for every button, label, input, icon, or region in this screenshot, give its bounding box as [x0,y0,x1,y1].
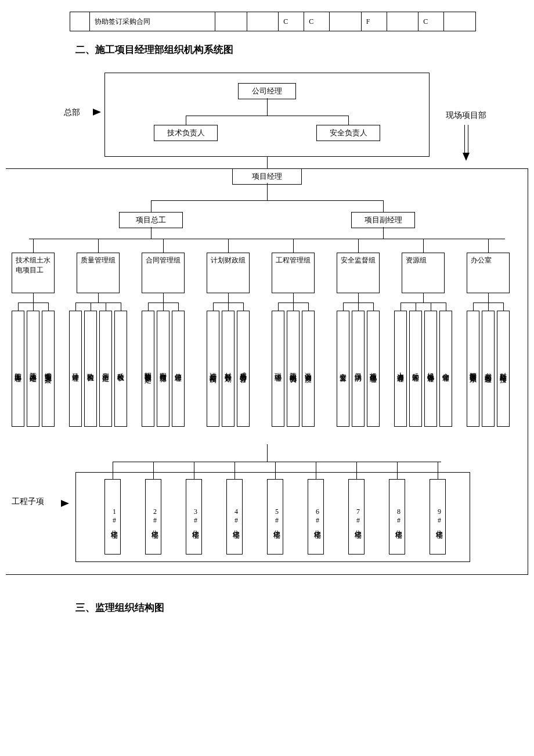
conn [267,157,268,168]
task-box: 人力资源管理 [394,311,407,427]
subproject-box: 9#住宅楼 [430,479,446,555]
task-box: 对外联络与接待 [497,311,510,427]
task-box: 现场管理 [272,311,284,427]
org-diagram: 总部 现场项目部 公司经理 技术负责人 安全负责人 项目经理 项目总工 项目副经… [6,67,528,578]
group-box: 工程管理组 [272,253,315,293]
conn [33,303,34,311]
conn [423,239,424,253]
tt-c7 [330,12,362,31]
subproj-label: 工程子项 [12,496,44,507]
hq-label: 总部 [64,107,80,118]
conn [293,239,294,253]
conn [98,293,99,303]
group-box: 合同管理组 [142,253,185,293]
conn [29,239,505,239]
conn [234,462,235,479]
subproject-box: 1#住宅楼 [104,479,121,555]
conn [267,444,268,462]
conn [163,239,164,253]
conn [113,462,113,479]
tt-c6: C [304,12,330,31]
tt-c8: F [361,12,387,31]
conn [358,293,359,303]
group-box: 技术组土水电项目工 [12,253,55,293]
conn [267,98,268,116]
conn [383,200,384,212]
site-arrow-line2 [468,125,468,153]
task-box: 测量定位 [99,311,112,427]
conn [243,303,244,311]
task-box: 采购管理 [409,311,422,427]
task-box: 进度计划与控制 [207,311,219,427]
tt-c2: 协助签订采购合同 [89,12,215,31]
conn [488,239,489,253]
chief-eng-box: 项目总工 [119,212,183,228]
group-box: 资源组 [402,253,445,293]
task-box: 计量管理 [69,311,82,427]
conn [275,462,276,479]
ceo-box: 公司经理 [238,83,296,99]
task-box: 招实验检验测量定 [142,311,154,427]
conn [151,200,151,212]
tt-c1 [70,12,90,31]
conn [228,303,229,311]
conn [228,239,229,253]
task-box: 材料设备计划 [222,311,234,427]
conn [446,303,446,311]
task-box: 信息管理 [172,311,185,427]
group-box: 计划财政组 [207,253,250,293]
top-table-fragment: 协助签订采购合同 C C F C [70,12,476,31]
group-box: 安全监督组 [337,253,380,293]
conn [400,303,446,303]
conn [213,303,214,311]
conn [400,303,401,311]
task-box: 施工图管理 [12,311,24,427]
conn [91,303,91,311]
conn [423,293,424,303]
task-box: 设备动力调度 [302,311,315,427]
conn [163,293,164,303]
conn [33,239,34,253]
tech-lead-box: 技术负责人 [154,125,218,141]
tt-c11 [444,12,476,31]
heading-3: 三、监理组织结构图 [75,601,528,614]
site-arrow-icon [463,153,470,161]
pm-box: 项目经理 [232,168,302,185]
conn [98,239,99,253]
conn [18,303,19,311]
conn [153,462,154,479]
conn [278,303,279,311]
task-box: 仓储管理 [439,311,452,427]
conn [75,303,76,311]
conn [186,116,348,116]
conn [473,303,474,311]
conn [316,462,316,479]
tt-c9 [387,12,418,31]
conn [373,303,374,311]
subproject-box: 6#住宅楼 [308,479,324,555]
conn [358,239,359,253]
conn [488,303,489,311]
conn [178,303,179,311]
conn [358,303,359,311]
conn [148,303,149,311]
task-box: 保卫消防 [352,311,365,427]
conn [431,303,431,311]
conn [151,200,383,201]
deputy-pm-box: 项目副经理 [351,212,415,228]
conn [75,303,121,303]
task-box: 安全监督 [337,311,349,427]
conn [48,303,49,311]
task-box: 编审专业施工方案 [42,311,55,427]
task-box: 施工组织与协调 [287,311,300,427]
conn [121,303,121,311]
conn [438,462,438,479]
subproject-box: 2#住宅楼 [145,479,161,555]
tt-c3 [215,12,247,31]
conn [163,303,164,311]
conn [308,303,309,311]
task-box: 编制质量保证体系 [467,311,479,427]
group-box: 办公室 [467,253,510,293]
conn [151,227,151,239]
safety-lead-box: 安全负责人 [316,125,380,141]
